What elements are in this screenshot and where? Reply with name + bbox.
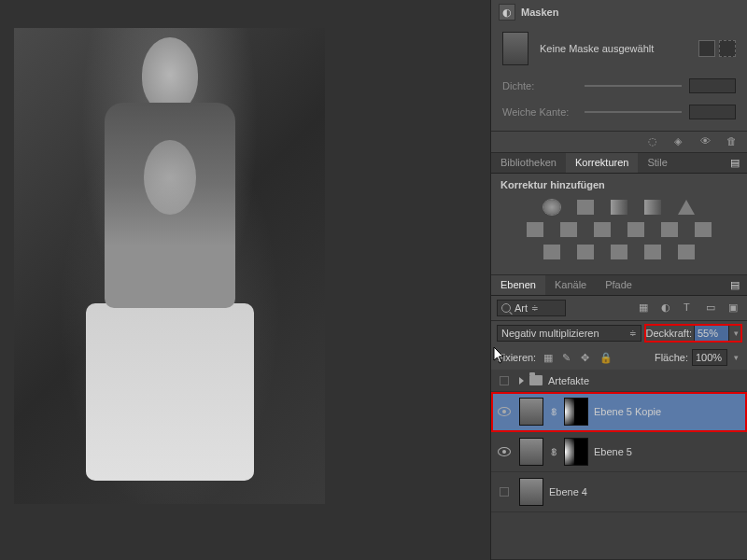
layer-name-label[interactable]: Ebene 5 Kopie <box>594 406 743 417</box>
visibility-icon[interactable] <box>498 447 511 456</box>
layers-menu-icon[interactable]: ▤ <box>723 275 747 295</box>
levels-icon[interactable] <box>577 200 594 215</box>
threshold-icon[interactable] <box>611 245 627 259</box>
filter-kind-label: Art <box>514 302 528 314</box>
layers-list: Artefakte 𝟠 Ebene 5 Kopie 𝟠 Ebene 5 Eben… <box>491 370 747 559</box>
filter-adjust-icon[interactable]: ◐ <box>661 301 674 315</box>
layer-thumbnail <box>519 478 543 506</box>
channel-mixer-icon[interactable] <box>661 222 678 237</box>
tab-bibliotheken[interactable]: Bibliotheken <box>491 153 566 173</box>
vibrance-icon[interactable] <box>678 200 695 215</box>
gradient-map-icon[interactable] <box>644 245 661 259</box>
curves-icon[interactable] <box>611 200 627 215</box>
mask-panel-icon: ◐ <box>499 4 515 21</box>
filter-shape-icon[interactable]: ▭ <box>706 301 719 315</box>
filter-kind-select[interactable]: Art ≑ <box>497 300 566 316</box>
bw-icon[interactable] <box>594 222 611 237</box>
disclosure-icon[interactable] <box>519 377 524 385</box>
tab-korrekturen[interactable]: Korrekturen <box>566 153 638 173</box>
lock-transparent-icon[interactable]: ▦ <box>543 352 555 363</box>
load-selection-icon[interactable]: ◌ <box>648 135 661 148</box>
mask-thumbnail[interactable] <box>564 398 588 426</box>
masks-panel: ◐ Masken Keine Maske ausgewählt Dichte: … <box>491 0 747 153</box>
layer-group-artefakte[interactable]: Artefakte <box>491 370 747 392</box>
right-panels: ◐ Masken Keine Maske ausgewählt Dichte: … <box>490 0 747 560</box>
feather-label: Weiche Kante: <box>502 106 577 118</box>
lock-pixels-icon[interactable]: ✎ <box>562 352 573 363</box>
brightness-icon[interactable] <box>543 200 560 215</box>
panel-menu-icon[interactable]: ▤ <box>723 153 747 173</box>
visibility-icon[interactable] <box>498 407 511 416</box>
layer-name-label[interactable]: Ebene 4 <box>549 486 743 497</box>
blend-mode-select[interactable]: Negativ multiplizieren ≑ <box>497 325 641 342</box>
tab-pfade[interactable]: Pfade <box>596 275 641 295</box>
masks-title: Masken <box>521 7 558 18</box>
hue-icon[interactable] <box>527 222 543 237</box>
mask-thumbnail <box>502 32 529 65</box>
link-icon[interactable]: 𝟠 <box>549 407 558 417</box>
density-value[interactable] <box>689 78 736 93</box>
vector-mask-icon[interactable] <box>719 40 736 57</box>
balance-icon[interactable] <box>560 222 577 237</box>
lock-label: Fixieren: <box>497 352 536 363</box>
toggle-icon[interactable]: 👁 <box>700 135 713 148</box>
posterize-icon[interactable] <box>577 245 594 259</box>
visibility-checkbox[interactable] <box>500 376 509 385</box>
lut-icon[interactable] <box>695 222 712 237</box>
group-name: Artefakte <box>548 375 743 386</box>
no-mask-label: Keine Maske ausgewählt <box>540 43 654 54</box>
mask-thumbnail[interactable] <box>564 438 588 466</box>
link-icon[interactable]: 𝟠 <box>549 447 558 457</box>
photo-filter-icon[interactable] <box>627 222 644 237</box>
blend-mode-value: Negativ multiplizieren <box>501 328 599 339</box>
canvas-area <box>0 0 490 560</box>
layer-thumbnail <box>519 438 543 466</box>
filter-type-icon[interactable]: T <box>684 301 697 315</box>
apply-mask-icon[interactable]: ◈ <box>674 135 687 148</box>
layer-ebene4[interactable]: Ebene 4 <box>491 472 747 512</box>
fill-dropdown-icon[interactable]: ▾ <box>731 353 741 362</box>
trash-icon[interactable]: 🗑 <box>726 135 740 148</box>
document-canvas[interactable] <box>14 28 325 504</box>
tab-kanaele[interactable]: Kanäle <box>545 275 596 295</box>
tab-ebenen[interactable]: Ebenen <box>491 275 545 295</box>
feather-value[interactable] <box>689 105 736 119</box>
density-label: Dichte: <box>502 80 577 91</box>
opacity-label: Deckkraft: <box>645 328 692 339</box>
fill-label: Fläche: <box>655 352 688 363</box>
layer-ebene5-kopie[interactable]: 𝟠 Ebene 5 Kopie <box>491 392 747 432</box>
exposure-icon[interactable] <box>644 200 661 215</box>
fill-input[interactable]: 100% <box>692 349 727 366</box>
folder-icon <box>529 375 543 385</box>
search-icon <box>501 303 511 313</box>
invert-icon[interactable] <box>543 245 560 259</box>
add-adjustment-label: Korrektur hinzufügen <box>491 174 747 196</box>
filter-smart-icon[interactable]: ▣ <box>728 301 741 315</box>
feather-slider[interactable] <box>585 111 682 113</box>
layers-panel: Ebenen Kanäle Pfade ▤ Art ≑ ▦ ◐ T ▭ ▣ Ne… <box>491 275 747 560</box>
layer-thumbnail <box>519 398 543 426</box>
lock-position-icon[interactable]: ✥ <box>581 352 592 363</box>
adjustments-panel: Bibliotheken Korrekturen Stile ▤ Korrekt… <box>491 153 747 275</box>
tab-stile[interactable]: Stile <box>638 153 676 173</box>
pixel-mask-icon[interactable] <box>698 40 715 57</box>
selective-color-icon[interactable] <box>678 245 695 259</box>
opacity-input[interactable]: 55% <box>694 325 729 342</box>
layer-ebene5[interactable]: 𝟠 Ebene 5 <box>491 432 747 472</box>
filter-pixel-icon[interactable]: ▦ <box>639 301 652 315</box>
density-slider[interactable] <box>585 85 682 87</box>
visibility-checkbox[interactable] <box>500 487 509 497</box>
opacity-dropdown-icon[interactable]: ▾ <box>731 329 741 338</box>
layer-name-label[interactable]: Ebene 5 <box>594 446 743 457</box>
lock-all-icon[interactable]: 🔒 <box>599 352 611 363</box>
